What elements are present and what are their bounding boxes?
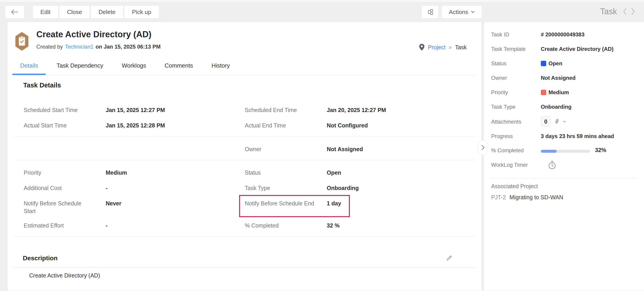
back-arrow-icon xyxy=(10,9,19,15)
status-color-square xyxy=(541,61,546,66)
created-by-user-link[interactable]: Technician1 xyxy=(65,44,94,50)
actions-dropdown[interactable]: Actions xyxy=(442,6,482,19)
field-task-type: Task Type Onboarding xyxy=(245,184,359,192)
field-status-label: Status xyxy=(245,169,315,176)
field-scheduled-start-time: Scheduled Start Time Jan 15, 2025 12:27 … xyxy=(24,106,165,114)
field-actual-start-time-value: Jan 15, 2025 12:28 PM xyxy=(106,122,165,129)
pencil-icon xyxy=(446,255,452,262)
field-scheduled-end-time-value: Jan 20, 2025 12:27 PM xyxy=(327,106,386,114)
divider xyxy=(13,236,476,237)
attachments-dropdown[interactable]: 0 xyxy=(541,116,566,127)
tab-details[interactable]: Details xyxy=(12,58,46,75)
field-notify-before-schedule-start-label: Notify Before Schedule Start xyxy=(24,199,94,215)
tab-bar: Details Task Dependency Worklogs Comment… xyxy=(12,58,477,75)
associated-project-link[interactable]: PJT-2 Migrating to SD-WAN xyxy=(491,194,563,201)
sidebar-percent-completed-label: % Completed xyxy=(491,147,541,154)
attachments-count-badge: 0 xyxy=(541,116,551,127)
priority-color-square xyxy=(541,90,546,95)
tree-view-icon xyxy=(427,9,434,15)
sidebar-priority-label: Priority xyxy=(491,89,541,96)
close-button[interactable]: Close xyxy=(59,6,90,19)
field-notify-before-schedule-end-value: 1 day xyxy=(327,199,341,207)
field-additional-cost-label: Additional Cost xyxy=(24,184,94,192)
edit-description-button[interactable] xyxy=(444,253,454,263)
delete-button[interactable]: Delete xyxy=(90,6,123,19)
sidebar-field-priority: Priority Medium xyxy=(491,89,569,96)
divider xyxy=(13,267,476,268)
field-owner-value: Not Assigned xyxy=(327,145,363,153)
field-scheduled-start-time-value: Jan 15, 2025 12:27 PM xyxy=(106,106,165,114)
sidebar-progress-label: Progress xyxy=(491,133,541,140)
field-priority-value: Medium xyxy=(106,169,127,176)
field-notify-before-schedule-end: Notify Before Schedule End 1 day xyxy=(245,199,341,207)
field-priority: Priority Medium xyxy=(24,169,127,176)
chevron-down-icon xyxy=(563,121,566,123)
sidebar-priority-value: Medium xyxy=(548,89,569,96)
chevron-right-icon xyxy=(481,145,485,150)
field-additional-cost: Additional Cost - xyxy=(24,184,108,192)
tab-comments[interactable]: Comments xyxy=(157,58,201,75)
sidebar-collapse-button[interactable] xyxy=(478,140,488,155)
field-status-value: Open xyxy=(327,169,341,176)
sidebar-owner-label: Owner xyxy=(491,74,541,82)
field-estimated-effort-value: - xyxy=(106,222,108,229)
sidebar-task-id-value: # 2000000049383 xyxy=(541,31,584,38)
tab-task-dependency[interactable]: Task Dependency xyxy=(49,58,111,75)
field-estimated-effort: Estimated Effort - xyxy=(24,222,108,229)
tree-view-button[interactable] xyxy=(421,6,439,19)
sidebar-field-task-type: Task Type Onboarding xyxy=(491,103,572,111)
field-task-type-value: Onboarding xyxy=(327,184,359,192)
sidebar-task-template-value: Create Active Directory (AD) xyxy=(541,45,614,53)
field-scheduled-end-time: Scheduled End Time Jan 20, 2025 12:27 PM xyxy=(245,106,386,114)
field-estimated-effort-label: Estimated Effort xyxy=(24,222,94,229)
breadcrumb-separator: » xyxy=(449,44,452,51)
window-edge xyxy=(0,0,644,2)
field-status: Status Open xyxy=(245,169,341,176)
location-pin-icon xyxy=(419,44,425,51)
sidebar-field-task-template: Task Template Create Active Directory (A… xyxy=(491,45,614,53)
field-percent-completed-value: 32 % xyxy=(327,222,340,229)
section-title-task-details: Task Details xyxy=(23,82,61,89)
sidebar-task-type-value: Onboarding xyxy=(541,103,572,111)
task-type-icon xyxy=(14,32,30,51)
tab-worklogs[interactable]: Worklogs xyxy=(114,58,154,75)
sidebar-worklog-timer-label: WorkLog Timer xyxy=(491,161,541,169)
field-notify-before-schedule-start: Notify Before Schedule Start Never xyxy=(24,199,122,215)
task-summary-sidebar: Task ID # 2000000049383 Task Template Cr… xyxy=(484,22,644,291)
associated-project-label: Associated Project xyxy=(491,183,538,190)
field-notify-before-schedule-start-value: Never xyxy=(106,199,122,215)
field-percent-completed-label: % Completed xyxy=(245,222,315,229)
sidebar-field-task-id: Task ID # 2000000049383 xyxy=(491,31,584,38)
created-by-prefix: Created by xyxy=(36,44,63,50)
sidebar-status-value: Open xyxy=(548,60,562,67)
percent-completed-bar xyxy=(541,150,590,153)
associated-project-code: PJT-2 xyxy=(491,194,506,201)
next-task-button[interactable] xyxy=(631,8,635,15)
paperclip-icon xyxy=(554,118,560,125)
worklog-timer-button[interactable] xyxy=(548,160,556,170)
sidebar-owner-value: Not Assigned xyxy=(541,74,576,82)
field-scheduled-end-time-label: Scheduled End Time xyxy=(245,106,315,114)
field-task-type-label: Task Type xyxy=(245,184,315,192)
pickup-button[interactable]: Pick up xyxy=(124,6,159,19)
field-notify-before-schedule-end-label: Notify Before Schedule End xyxy=(245,199,315,207)
percent-completed-bar-fill xyxy=(541,150,556,153)
tab-history[interactable]: History xyxy=(204,58,238,75)
sidebar-task-id-label: Task ID xyxy=(491,31,541,38)
sidebar-field-percent-completed: % Completed 32% xyxy=(491,147,606,154)
entity-nav-label: Task xyxy=(600,7,617,16)
field-owner-label: Owner xyxy=(245,145,315,153)
sidebar-task-type-label: Task Type xyxy=(491,103,541,111)
previous-task-button[interactable] xyxy=(623,8,627,15)
breadcrumb-project-link[interactable]: Project xyxy=(428,44,446,51)
top-toolbar: Edit Close Delete Pick up Actions Task xyxy=(0,2,644,22)
field-scheduled-start-time-label: Scheduled Start Time xyxy=(24,106,94,114)
edit-button[interactable]: Edit xyxy=(32,6,58,19)
associated-project-name: Migrating to SD-WAN xyxy=(510,194,563,201)
field-percent-completed: % Completed 32 % xyxy=(245,222,340,229)
field-actual-start-time: Actual Start Time Jan 15, 2025 12:28 PM xyxy=(24,122,165,129)
back-button[interactable] xyxy=(5,6,24,19)
description-text: Create Active Directory (AD) xyxy=(29,272,100,279)
divider xyxy=(13,160,476,160)
task-detail-panel: Create Active Directory (AD) Created by … xyxy=(7,22,482,291)
